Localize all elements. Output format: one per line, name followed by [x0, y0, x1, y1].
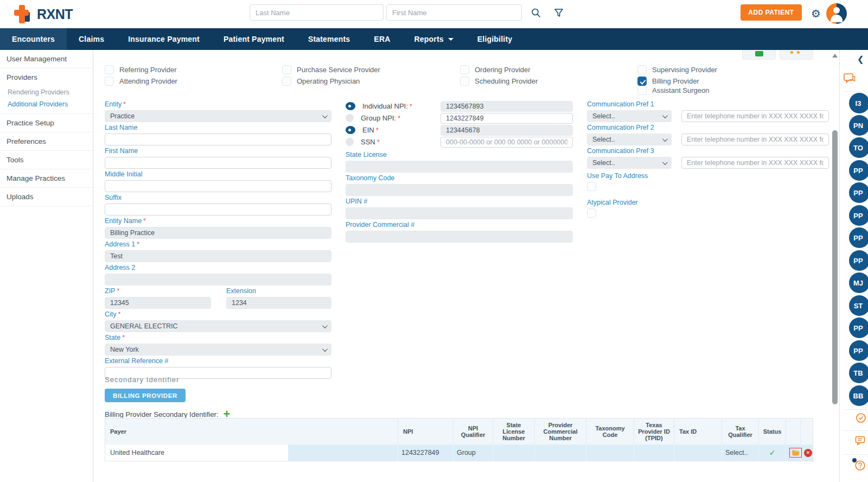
nav-eligibility[interactable]: Eligibility	[465, 28, 524, 50]
upin-field[interactable]	[346, 207, 573, 219]
nav-reports[interactable]: Reports	[403, 28, 465, 50]
sidebar-item-tools[interactable]: Tools	[0, 151, 93, 169]
last-name-field[interactable]	[105, 134, 331, 145]
state-select[interactable]: New York	[105, 344, 331, 356]
entity-name-field[interactable]	[105, 227, 331, 239]
taxonomy-code-field[interactable]	[346, 184, 573, 196]
user-avatar[interactable]	[826, 3, 847, 24]
search-icon[interactable]	[531, 8, 541, 18]
checkbox-supervising-provider[interactable]	[637, 65, 647, 74]
tax-qualifier-select[interactable]: Select..	[722, 445, 759, 461]
checkbox-purchase-service-provider[interactable]	[282, 65, 291, 74]
filter-icon[interactable]	[553, 8, 564, 18]
save-button-partial[interactable]	[742, 50, 776, 60]
extension-field[interactable]	[226, 297, 331, 309]
open-folder-button[interactable]	[789, 448, 802, 458]
col-actions-2	[801, 418, 813, 445]
ssn-field[interactable]	[441, 137, 573, 148]
address2-label: Address 2	[105, 264, 331, 271]
comm-pref1-phone-field[interactable]	[681, 110, 829, 122]
provider-badge[interactable]: PP	[849, 182, 868, 203]
provider-badge[interactable]: TO	[849, 137, 868, 158]
messages-icon[interactable]	[843, 73, 856, 85]
nav-patient-payment[interactable]: Patient Payment	[212, 28, 296, 50]
checkbox-referring-provider[interactable]	[105, 65, 114, 74]
address2-field[interactable]	[105, 274, 331, 286]
comm-pref1-select[interactable]: Select..	[587, 110, 672, 122]
nav-claims[interactable]: Claims	[67, 28, 116, 50]
comm-pref3-select[interactable]: Select..	[587, 157, 672, 169]
sidebar-item-additional-providers[interactable]: Additional Providers	[0, 98, 93, 110]
provider-badge[interactable]: MJ	[849, 272, 868, 293]
zip-label: ZIP*	[105, 287, 211, 295]
actions-button-partial[interactable]	[780, 50, 813, 60]
state-license-field[interactable]	[346, 161, 573, 173]
comm-pref2-select[interactable]: Select..	[587, 134, 672, 145]
first-name-field[interactable]	[105, 157, 331, 169]
checkbox-operating-physician[interactable]	[282, 77, 291, 86]
checkbox-assistant-surgeon[interactable]	[637, 86, 647, 95]
comm-pref3-phone-field[interactable]	[681, 157, 829, 169]
add-patient-button[interactable]: ADD PATIENT	[741, 4, 802, 21]
entity-select[interactable]: Practice	[105, 110, 331, 122]
city-select[interactable]: GENERAL ELECTRIC	[105, 320, 331, 332]
checkbox-ordering-provider[interactable]	[460, 65, 469, 74]
group-npi-radio[interactable]	[346, 114, 354, 122]
ein-radio[interactable]	[346, 126, 355, 134]
first-name-search-input[interactable]	[386, 4, 522, 21]
nav-insurance-payment[interactable]: Insurance Payment	[116, 28, 212, 50]
sidebar-item-practice-setup[interactable]: Practice Setup	[0, 114, 93, 132]
use-pay-to-address-checkbox[interactable]	[587, 182, 596, 191]
comm-pref2-phone-field[interactable]	[681, 134, 829, 145]
scroll-up-arrow-icon[interactable]	[832, 54, 838, 58]
delete-row-button[interactable]	[804, 449, 812, 457]
provider-badge[interactable]: ST	[849, 295, 868, 316]
taxonomy-code-label: Taxonomy Code	[346, 174, 573, 182]
provider-badge[interactable]: PP	[849, 340, 868, 361]
add-secondary-identifier-icon[interactable]: +	[224, 410, 231, 418]
sidebar-item-rendering-providers[interactable]: Rendering Providers	[0, 86, 93, 98]
last-name-search-input[interactable]	[250, 4, 384, 21]
role-purchase-service-provider: Purchase Service Provider	[282, 65, 380, 74]
provider-badge[interactable]: PP	[849, 250, 868, 271]
checkbox-scheduling-provider[interactable]	[460, 77, 469, 86]
provider-badge[interactable]: PP	[849, 318, 868, 338]
suffix-field[interactable]	[105, 204, 331, 215]
provider-badge[interactable]: BB	[849, 385, 868, 406]
nav-era[interactable]: ERA	[362, 28, 402, 50]
nav-statements[interactable]: Statements	[296, 28, 362, 50]
rxnt-logo[interactable]: RXNT	[14, 5, 73, 23]
provider-commercial-field[interactable]	[346, 231, 573, 243]
provider-badge[interactable]: PP	[849, 205, 868, 226]
check-circle-icon[interactable]	[856, 413, 866, 423]
sidebar-item-user-management[interactable]: User Management	[0, 50, 93, 68]
provider-badge[interactable]: I3	[849, 93, 868, 113]
scrollbar-thumb[interactable]	[832, 130, 838, 404]
chat-icon[interactable]	[855, 436, 866, 446]
provider-badge[interactable]: PP	[849, 160, 868, 181]
vertical-scrollbar[interactable]	[831, 50, 839, 482]
sidebar-item-manage-practices[interactable]: Manage Practices	[0, 169, 93, 187]
billing-provider-tab[interactable]: BILLING PROVIDER	[105, 389, 186, 402]
provider-badge[interactable]: PN	[849, 115, 868, 136]
nav-encounters[interactable]: Encounters	[0, 28, 67, 50]
individual-npi-field[interactable]	[441, 101, 573, 112]
sidebar-item-providers[interactable]: Providers	[0, 68, 93, 86]
group-npi-field[interactable]	[441, 113, 573, 124]
provider-badge[interactable]: TB	[849, 363, 868, 383]
payer-cell[interactable]: United Healthcare	[105, 445, 288, 461]
sidebar-item-uploads[interactable]: Uploads	[0, 188, 93, 206]
sidebar-item-preferences[interactable]: Preferences	[0, 132, 93, 150]
atypical-provider-checkbox[interactable]	[587, 208, 596, 218]
gear-icon[interactable]: ⚙	[811, 6, 821, 21]
individual-npi-radio[interactable]	[346, 102, 355, 110]
collapse-rail-icon[interactable]	[857, 54, 864, 64]
ssn-radio[interactable]	[346, 138, 354, 146]
checkbox-attending-provider[interactable]	[105, 77, 114, 86]
middle-initial-field[interactable]	[105, 180, 331, 192]
ein-field[interactable]	[441, 125, 573, 136]
checkbox-billing-provider[interactable]	[637, 77, 647, 86]
zip-field[interactable]	[105, 297, 211, 309]
address1-field[interactable]	[105, 250, 331, 262]
provider-badge[interactable]: PP	[849, 227, 868, 248]
